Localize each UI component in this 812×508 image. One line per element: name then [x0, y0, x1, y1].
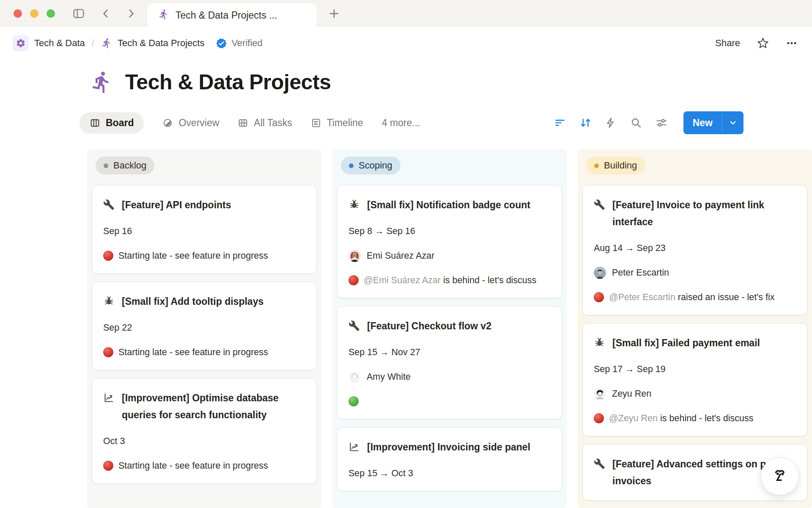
chevron-down-icon[interactable]: [722, 111, 743, 134]
minimize-window-button[interactable]: [30, 9, 38, 18]
card-title: [Small fix] Add tooltip displays: [122, 293, 263, 310]
status-red-circle-icon: [594, 413, 604, 423]
card-status: @Peter Escartin raised an issue - let's …: [594, 290, 796, 304]
tab-timeline[interactable]: Timeline: [311, 117, 363, 129]
task-card[interactable]: [Small fix] Notification badge countSep …: [337, 185, 562, 298]
breadcrumb: Tech & Data / Tech & Data Projects Verif…: [13, 35, 263, 51]
card-status: Starting late - see feature in progress: [103, 459, 305, 472]
card-date: Sep 15 → Nov 27: [348, 345, 551, 359]
new-button-label: New: [683, 111, 722, 134]
close-window-button[interactable]: [14, 9, 22, 18]
column-cards: [Small fix] Notification badge countSep …: [337, 185, 562, 491]
column-name: Building: [604, 160, 637, 171]
tab-more-views[interactable]: 4 more...: [382, 117, 420, 129]
status-red-circle-icon: [103, 347, 113, 357]
active-app-tab[interactable]: Tech & Data Projects ...: [147, 3, 316, 27]
assignee-name: Emi Suárez Azar: [367, 249, 434, 262]
card-title-row: [Small fix] Add tooltip displays: [103, 293, 305, 310]
page-title: Tech & Data Projects: [125, 70, 331, 94]
status-dot-icon: [349, 163, 354, 168]
forward-icon[interactable]: [123, 6, 139, 21]
board-column-scoping: Scoping[Small fix] Notification badge co…: [332, 149, 567, 508]
status-mention[interactable]: @Emi Suárez Azar: [364, 275, 443, 285]
verified-label: Verified: [231, 38, 262, 49]
card-title-row: [Small fix] Notification badge count: [348, 196, 551, 213]
card-assignee: Emi Suárez Azar: [348, 249, 551, 262]
filter-icon[interactable]: [554, 117, 566, 129]
column-status-pill[interactable]: Building: [586, 157, 645, 174]
status-text: raised an issue - let's fix: [678, 292, 775, 302]
sidebar-toggle-icon[interactable]: [71, 6, 86, 21]
task-card[interactable]: [Improvement] Optimise database queries …: [92, 378, 316, 483]
task-card[interactable]: [Small fix] Failed payment emailSep 17 →…: [583, 323, 807, 436]
assignee-name: Peter Escartin: [612, 266, 669, 279]
verified-badge[interactable]: Verified: [216, 38, 262, 49]
card-title: [Feature] Invoice to payment link interf…: [612, 196, 796, 230]
card-date: Sep 16: [103, 224, 305, 238]
card-title: [Feature] Checkout flow v2: [367, 318, 491, 334]
kanban-board: Backlog[Feature] API endpointsSep 16Star…: [87, 149, 812, 508]
card-title-row: [Improvement] Optimise database queries …: [103, 389, 305, 423]
top-actions: Share: [715, 37, 798, 49]
share-button[interactable]: Share: [715, 38, 740, 49]
status-green-circle-icon: [348, 396, 359, 406]
gear-icon: [13, 35, 29, 51]
card-date: Sep 17 → Sep 19: [594, 362, 796, 376]
back-icon[interactable]: [98, 6, 113, 21]
card-date: Sep 22: [103, 321, 305, 334]
view-tabs: Board Overview All Tasks Timeline 4 more…: [80, 112, 420, 134]
column-cards: [Feature] Invoice to payment link interf…: [583, 185, 807, 500]
view-settings-sliders-icon[interactable]: [656, 117, 667, 129]
wrench-icon: [594, 456, 605, 489]
tab-board[interactable]: Board: [80, 112, 144, 134]
tab-label: 4 more...: [382, 117, 420, 129]
card-date: Aug 14 → Sep 23: [594, 241, 796, 255]
bug-icon: [594, 334, 605, 351]
status-mention[interactable]: @Peter Escartin: [609, 292, 678, 302]
card-title-row: [Feature] Invoice to payment link interf…: [594, 196, 796, 230]
wrench-icon: [348, 318, 360, 334]
card-title: [Small fix] Failed payment email: [612, 334, 760, 351]
search-icon[interactable]: [630, 117, 642, 129]
more-options-icon[interactable]: [786, 37, 798, 49]
column-status-pill[interactable]: Backlog: [96, 157, 154, 174]
notion-ai-button[interactable]: [761, 457, 799, 495]
task-card[interactable]: [Feature] Invoice to payment link interf…: [583, 185, 807, 315]
sort-icon[interactable]: [579, 117, 591, 129]
tab-label: All Tasks: [254, 117, 292, 129]
avatar: [594, 267, 606, 279]
new-tab-icon[interactable]: [326, 6, 342, 21]
status-mention[interactable]: @Zeyu Ren: [609, 413, 660, 423]
board-column-building: Building[Feature] Invoice to payment lin…: [578, 149, 812, 508]
automation-bolt-icon[interactable]: [605, 117, 617, 129]
card-status: [348, 395, 551, 408]
column-status-pill[interactable]: Scoping: [341, 157, 401, 174]
task-card[interactable]: [Feature] Checkout flow v2Sep 15 → Nov 2…: [337, 306, 562, 419]
card-title-row: [Feature] API endpoints: [103, 196, 305, 213]
task-card[interactable]: [Improvement] Invoicing side panelSep 15…: [337, 428, 562, 491]
card-date: Sep 8 → Sep 16: [348, 224, 551, 238]
breadcrumb-item-workspace[interactable]: Tech & Data: [34, 38, 85, 49]
breadcrumb-separator: /: [91, 38, 96, 49]
runner-icon: [158, 9, 169, 22]
tab-all-tasks[interactable]: All Tasks: [238, 117, 292, 129]
card-title-row: [Feature] Checkout flow v2: [348, 318, 551, 334]
runner-icon: [101, 38, 112, 49]
task-card[interactable]: [Small fix] Add tooltip displaysSep 22St…: [92, 282, 316, 370]
new-button[interactable]: New: [683, 111, 743, 134]
status-text: Starting late - see feature in progress: [118, 251, 268, 261]
wrench-icon: [103, 196, 115, 213]
card-title: [Feature] API endpoints: [122, 196, 231, 213]
status-text: Starting late - see feature in progress: [118, 347, 268, 357]
zoom-window-button[interactable]: [47, 9, 55, 18]
favorite-star-icon[interactable]: [757, 37, 769, 49]
task-card[interactable]: [Feature] API endpointsSep 16Starting la…: [92, 185, 316, 273]
tab-title: Tech & Data Projects ...: [176, 10, 277, 21]
view-toolbar: Board Overview All Tasks Timeline 4 more…: [80, 111, 743, 135]
status-red-circle-icon: [103, 251, 113, 261]
assignee-name: Amy White: [367, 370, 411, 384]
breadcrumb-item-page[interactable]: Tech & Data Projects: [118, 38, 204, 49]
tab-overview[interactable]: Overview: [162, 117, 219, 129]
card-assignee: Amy White: [348, 370, 551, 384]
card-title: [Improvement] Invoicing side panel: [367, 439, 530, 456]
